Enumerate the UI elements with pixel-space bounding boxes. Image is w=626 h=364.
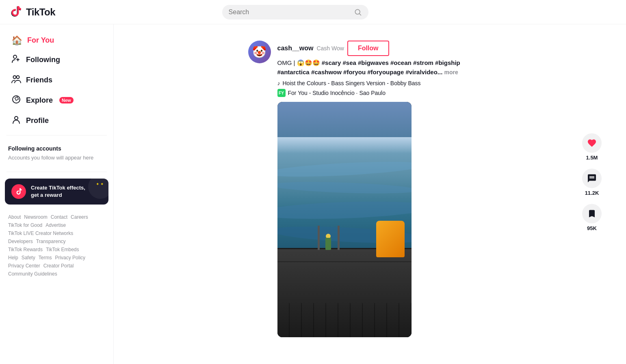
music-row: ♪ Hoist the Colours - Bass Singers Versi… <box>277 80 492 86</box>
like-action[interactable]: 1.5M <box>582 133 602 160</box>
footer-contact[interactable]: Contact <box>51 214 67 220</box>
footer-privacy-center[interactable]: Privacy Center <box>8 263 40 269</box>
footer-careers[interactable]: Careers <box>71 214 88 220</box>
explore-new-badge: New <box>59 97 74 103</box>
footer-developers[interactable]: Developers <box>8 239 33 244</box>
svg-point-4 <box>13 96 20 103</box>
video-header: cash__wow Cash Wow Follow <box>277 41 492 56</box>
sidebar-label-friends: Friends <box>26 75 52 85</box>
footer-advertise[interactable]: Advertise <box>45 222 66 228</box>
location-row: FY For You - Studio Inocêncio · Sao Paul… <box>277 89 492 97</box>
video-card: 🤡 cash__wow Cash Wow Follow OMG | 😱🤩🤩 #s… <box>248 32 492 345</box>
comment-button[interactable] <box>582 168 602 188</box>
caption-text: OMG | 😱🤩🤩 #scary #sea #bigwaves #ocean #… <box>277 59 460 75</box>
svg-point-5 <box>15 116 18 120</box>
display-name: Cash Wow <box>316 45 344 52</box>
pole-right <box>338 226 340 250</box>
bookmark-action[interactable]: 95K <box>582 204 602 231</box>
search-button[interactable] <box>354 8 362 16</box>
sidebar-item-friends[interactable]: Friends <box>3 70 110 90</box>
sidebar-label-profile: Profile <box>26 116 49 125</box>
search-icon <box>354 8 362 16</box>
footer-row-1: About Newsroom Contact Careers <box>8 214 105 220</box>
tiktok-logo-icon <box>10 6 23 19</box>
footer-row-6: Help Safety Terms Privacy Policy <box>8 255 105 261</box>
svg-point-1 <box>13 55 17 58</box>
explore-icon <box>11 95 21 106</box>
home-icon: 🏠 <box>11 36 22 45</box>
sidebar-divider-2 <box>6 172 107 172</box>
location-badge: FY <box>277 89 286 97</box>
create-effects-banner[interactable]: ✦ ✦ Create TikTok effects, get a reward <box>5 179 108 205</box>
footer-row-3: TikTok LIVE Creator Networks <box>8 230 105 236</box>
following-section-sub: Accounts you follow will appear here <box>8 154 105 162</box>
pole-left <box>318 226 320 250</box>
header: TikTok <box>0 0 626 24</box>
sidebar: 🏠 For You Following <box>0 24 114 364</box>
username[interactable]: cash__wow <box>277 45 314 52</box>
footer-community[interactable]: Community Guidelines <box>8 271 57 277</box>
footer-row-2: TikTok for Good Advertise <box>8 222 105 228</box>
location-text: For You - Studio Inocêncio · Sao Paulo <box>288 90 386 96</box>
footer-row-5: TikTok Rewards TikTok Embeds <box>8 247 105 252</box>
likes-count: 1.5M <box>586 154 598 160</box>
footer-terms[interactable]: Terms <box>39 255 52 261</box>
following-section: Following accounts Accounts you follow w… <box>0 140 113 166</box>
bookmark-button[interactable] <box>582 204 602 223</box>
main-layout: 🏠 For You Following <box>0 0 626 364</box>
bookmark-icon <box>587 209 597 218</box>
effects-tiktok-icon <box>15 187 23 196</box>
feed-container: 🤡 cash__wow Cash Wow Follow OMG | 😱🤩🤩 #s… <box>248 32 492 356</box>
footer-live[interactable]: TikTok LIVE Creator Networks <box>8 230 73 236</box>
effects-icon <box>11 184 26 199</box>
music-text[interactable]: Hoist the Colours - Bass Singers Version… <box>283 80 421 86</box>
profile-icon <box>11 115 21 126</box>
bookmarks-count: 95K <box>587 225 597 231</box>
follow-button[interactable]: Follow <box>347 41 389 56</box>
video-background <box>277 102 412 337</box>
sidebar-item-explore[interactable]: Explore New <box>3 90 110 110</box>
footer-embeds[interactable]: TikTok Embeds <box>46 247 79 252</box>
comment-action[interactable]: 11.2K <box>582 168 602 196</box>
sidebar-item-profile[interactable]: Profile <box>3 111 110 130</box>
worker-figure <box>324 230 332 250</box>
footer-privacy[interactable]: Privacy Policy <box>55 255 85 261</box>
music-note-icon: ♪ <box>277 80 280 86</box>
footer-creator-portal[interactable]: Creator Portal <box>43 263 74 269</box>
svg-point-3 <box>17 76 19 79</box>
video-info: cash__wow Cash Wow Follow OMG | 😱🤩🤩 #sca… <box>277 41 492 337</box>
footer-links: About Newsroom Contact Careers TikTok fo… <box>0 211 113 282</box>
sidebar-divider <box>6 135 107 136</box>
footer-about[interactable]: About <box>8 214 21 220</box>
sidebar-nav: 🏠 For You Following <box>0 32 113 130</box>
deck <box>277 248 412 337</box>
avatar[interactable]: 🤡 <box>248 41 271 63</box>
footer-transparency[interactable]: Transparency <box>36 239 66 244</box>
sidebar-item-for-you[interactable]: 🏠 For You <box>3 32 110 49</box>
footer-safety[interactable]: Safety <box>22 255 35 261</box>
logo-text: TikTok <box>26 6 55 18</box>
following-section-title: Following accounts <box>8 145 105 152</box>
effects-stars: ✦ ✦ <box>96 182 104 186</box>
comment-icon <box>587 173 597 183</box>
video-player[interactable] <box>277 102 412 337</box>
heart-icon <box>587 138 597 148</box>
sidebar-label-following: Following <box>26 55 60 65</box>
footer-tiktok-good[interactable]: TikTok for Good <box>8 222 42 228</box>
search-input[interactable] <box>229 9 351 16</box>
footer-rewards[interactable]: TikTok Rewards <box>8 247 43 252</box>
like-button[interactable] <box>582 133 602 153</box>
more-button[interactable]: more <box>444 69 458 75</box>
footer-row-8: Community Guidelines <box>8 271 105 277</box>
footer-help[interactable]: Help <box>8 255 18 261</box>
effects-inner: Create TikTok effects, get a reward <box>11 184 102 199</box>
footer-row-4: Developers Transparency <box>8 239 105 244</box>
footer-newsroom[interactable]: Newsroom <box>24 214 47 220</box>
search-bar <box>222 5 368 19</box>
svg-point-2 <box>13 76 16 79</box>
sidebar-item-following[interactable]: Following <box>3 50 110 69</box>
logo[interactable]: TikTok <box>10 6 55 19</box>
caption: OMG | 😱🤩🤩 #scary #sea #bigwaves #ocean #… <box>277 58 492 77</box>
sidebar-label-explore: Explore <box>26 96 53 105</box>
avatar-col: 🤡 <box>248 41 271 337</box>
